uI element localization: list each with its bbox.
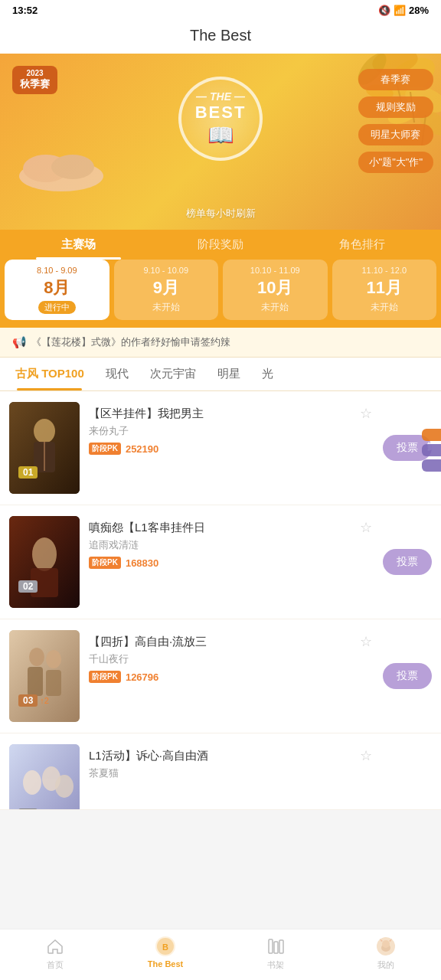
book-cover-2: 02 (9, 516, 80, 608)
banner-refresh-text: 榜单每小时刷新 (186, 207, 256, 220)
nav-home-label: 首页 (47, 959, 64, 971)
season-badge: 2023 秋季赛 (12, 66, 57, 94)
book-item-1: 01 【区半挂件】我把男主 来份丸子 阶段PK 252190 ☆ 投票 (0, 391, 441, 505)
book-info-4: L1活动】诉心·高自由酒 茶夏猫 (89, 744, 432, 785)
book-title-1: 【区半挂件】我把男主 (89, 405, 432, 421)
book-title-3: 【四折】高自由·流放三 (89, 633, 432, 649)
svg-point-30 (23, 770, 41, 795)
page-header: The Best (0, 21, 441, 54)
bottom-navigation: 首页 B The Best 书架 (0, 929, 441, 980)
tab-main-arena[interactable]: 主赛场 (8, 230, 149, 260)
month-card-10[interactable]: 10.10 - 11.09 10月 未开始 (223, 260, 328, 320)
svg-point-15 (34, 419, 55, 443)
cat-tab-gufeng[interactable]: 古风 TOP100 (5, 358, 95, 390)
nav-thebest-label: The Best (148, 959, 183, 969)
score-value-3: 126796 (126, 671, 158, 683)
mine-icon (375, 936, 397, 957)
announcement-text: 《【莲花楼】式微》的作者纾好愉申请签约辣 (31, 335, 230, 349)
svg-rect-23 (9, 630, 80, 722)
rank-label-4: 04 (18, 808, 38, 810)
banner-buttons: 春季赛 规则奖励 明星大师赛 小"题"大"作" (358, 69, 433, 173)
nav-mine[interactable]: 我的 (331, 936, 441, 971)
svg-rect-38 (279, 940, 283, 953)
svg-rect-37 (274, 942, 278, 953)
svg-rect-36 (269, 939, 273, 953)
book-score-2: 阶段PK 168830 (89, 557, 432, 569)
battery-icon: 28% (409, 5, 429, 16)
cat-tab-more[interactable]: 光 (251, 358, 284, 390)
svg-rect-27 (46, 670, 61, 696)
book-item-3: 03 ↑2 【四折】高自由·流放三 千山夜行 阶段PK 126796 ☆ 投票 (0, 619, 441, 733)
month-card-9[interactable]: 9.10 - 10.09 9月 未开始 (114, 260, 219, 320)
float-badge-discussion[interactable]: 讨论区 (422, 459, 441, 472)
nav-home[interactable]: 首页 (0, 936, 110, 971)
star-icon-3[interactable]: ☆ (360, 633, 372, 650)
tab-character-rank[interactable]: 角色排行 (292, 230, 433, 260)
book-score-3: 阶段PK 126796 (89, 671, 432, 683)
cat-tab-star[interactable]: 明星 (207, 358, 251, 390)
nav-thebest[interactable]: B The Best (110, 936, 220, 971)
star-masters-button[interactable]: 明星大师赛 (358, 124, 433, 145)
month-card-8[interactable]: 8.10 - 9.09 8月 进行中 (5, 260, 109, 320)
book-cover-3: 03 ↑2 (9, 630, 80, 722)
cat-tab-universe[interactable]: 次元宇宙 (139, 358, 207, 390)
spring-race-button[interactable]: 春季赛 (358, 69, 433, 90)
svg-rect-26 (28, 667, 43, 696)
announcement-icon: 📢 (12, 335, 27, 349)
status-time: 13:52 (12, 5, 38, 16)
vote-button-3[interactable]: 投票 (383, 663, 432, 689)
book-list: 01 【区半挂件】我把男主 来份丸子 阶段PK 252190 ☆ 投票 (0, 391, 441, 810)
rules-rewards-button[interactable]: 规则奖励 (358, 96, 433, 118)
rank-label-2: 02 (18, 580, 38, 593)
star-icon-2[interactable]: ☆ (360, 519, 372, 536)
wifi-icon: 📶 (394, 5, 406, 16)
book-author-2: 追雨戏清涟 (89, 538, 432, 552)
small-big-button[interactable]: 小"题"大"作" (358, 152, 433, 173)
pk-badge-2: 阶段PK (89, 557, 121, 569)
svg-text:B: B (162, 942, 168, 952)
bookshelf-icon (265, 936, 286, 957)
star-icon-1[interactable]: ☆ (360, 405, 372, 422)
svg-point-32 (55, 775, 74, 798)
book-title-2: 嗔痴怨【L1客串挂件日 (89, 519, 432, 535)
nav-bookshelf[interactable]: 书架 (220, 936, 331, 971)
svg-point-25 (46, 650, 61, 668)
tab-stage-rewards[interactable]: 阶段奖励 (149, 230, 291, 260)
book-item-2: 02 嗔痴怨【L1客串挂件日 追雨戏清涟 阶段PK 168830 ☆ 投票 (0, 505, 441, 619)
float-badge-vote-history[interactable]: 投票记录 (422, 444, 441, 456)
page-title: The Best (190, 27, 251, 44)
main-tabs: 主赛场 阶段奖励 角色排行 (0, 230, 441, 260)
book-info-3: 【四折】高自由·流放三 千山夜行 阶段PK 126796 (89, 630, 432, 683)
thebest-icon: B (155, 936, 176, 957)
cat-tab-modern[interactable]: 现代 (95, 358, 139, 390)
banner: 2023 秋季赛 — THE — BEST 📖 榜单每小时刷新 春季赛 规则奖励… (0, 54, 441, 230)
vote-button-2[interactable]: 投票 (383, 549, 432, 575)
status-bar: 13:52 🔇 📶 28% (0, 0, 441, 21)
rank-arrow-3: ↑2 (40, 696, 49, 705)
svg-point-24 (29, 648, 44, 666)
rank-label-3: 03 ↑2 (18, 694, 49, 707)
float-badge-community[interactable]: 官方交流群 (422, 429, 441, 441)
announcement-bar[interactable]: 📢 《【莲花楼】式微》的作者纾好愉申请签约辣 (0, 328, 441, 358)
book-score-1: 阶段PK 252190 (89, 443, 432, 455)
banner-cloud (15, 145, 107, 191)
book-item-4: 04 L1活动】诉心·高自由酒 茶夏猫 ☆ (0, 733, 441, 810)
nav-bookshelf-label: 书架 (267, 959, 284, 971)
book-author-3: 千山夜行 (89, 652, 432, 666)
month-card-11[interactable]: 11.10 - 12.0 11月 未开始 (332, 260, 437, 320)
status-icons: 🔇 📶 28% (378, 5, 429, 16)
svg-point-12 (51, 155, 94, 179)
score-value-1: 252190 (126, 443, 158, 455)
pk-badge-1: 阶段PK (89, 443, 121, 455)
book-info-2: 嗔痴怨【L1客串挂件日 追雨戏清涟 阶段PK 168830 (89, 516, 432, 569)
svg-point-41 (382, 940, 390, 948)
book-info-1: 【区半挂件】我把男主 来份丸子 阶段PK 252190 (89, 402, 432, 455)
book-author-4: 茶夏猫 (89, 766, 432, 780)
pk-badge-3: 阶段PK (89, 671, 121, 683)
book-author-1: 来份丸子 (89, 424, 432, 438)
book-cover-1: 01 (9, 402, 80, 494)
mute-icon: 🔇 (378, 5, 390, 16)
category-tabs: 古风 TOP100 现代 次元宇宙 明星 光 (0, 358, 441, 391)
score-value-2: 168830 (126, 557, 158, 569)
star-icon-4[interactable]: ☆ (360, 747, 372, 764)
